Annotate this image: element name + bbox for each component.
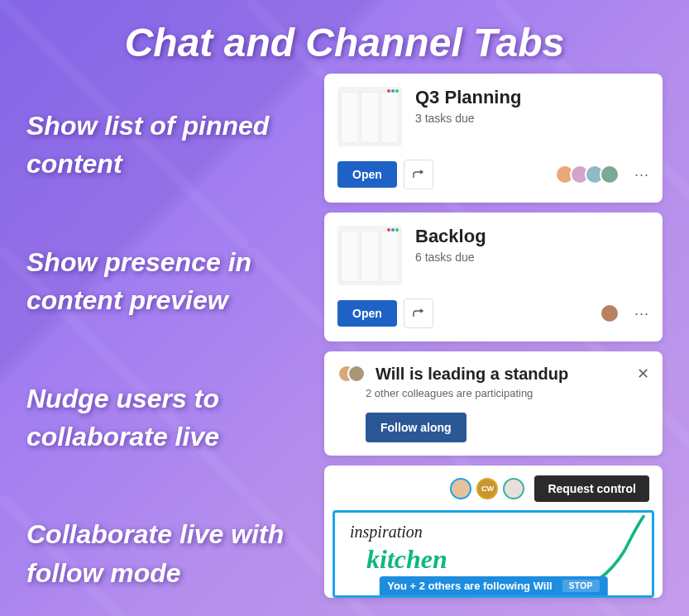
- more-icon[interactable]: ···: [634, 305, 649, 322]
- feature-item: Collaborate live with follow mode: [26, 515, 324, 592]
- avatar: [600, 165, 620, 184]
- more-icon[interactable]: ···: [634, 166, 649, 184]
- board-thumbnail: [337, 87, 402, 146]
- share-icon: [412, 168, 425, 181]
- standup-title: Will is leading a standup: [376, 365, 568, 384]
- live-collab-card: CW Request control inspiration kitchen Y…: [324, 466, 663, 598]
- card-title: Q3 Planning: [415, 87, 521, 108]
- content-card-backlog: Backlog 6 tasks due Open ···: [324, 212, 663, 341]
- feature-item: Nudge users to collaborate live: [26, 380, 324, 456]
- page-title: Chat and Channel Tabs: [0, 0, 689, 74]
- share-button[interactable]: [404, 160, 433, 189]
- close-icon[interactable]: ✕: [637, 365, 649, 383]
- standup-avatars: [337, 365, 366, 383]
- avatar: [600, 303, 620, 323]
- standup-subtitle: 2 other colleagues are participating: [366, 387, 649, 399]
- feature-item: Show presence in content preview: [26, 243, 324, 320]
- follow-along-button[interactable]: Follow along: [366, 413, 467, 442]
- live-presence-avatars[interactable]: CW: [450, 478, 524, 499]
- share-button[interactable]: [404, 298, 433, 328]
- canvas-text: kitchen: [366, 544, 447, 575]
- standup-card: Will is leading a standup ✕ 2 other coll…: [324, 351, 663, 456]
- share-icon: [412, 307, 425, 320]
- card-subtitle: 6 tasks due: [415, 251, 486, 264]
- stop-button[interactable]: STOP: [562, 580, 600, 592]
- content-card-q3: Q3 Planning 3 tasks due Open ···: [324, 74, 663, 203]
- card-subtitle: 3 tasks due: [415, 112, 521, 125]
- request-control-button[interactable]: Request control: [534, 475, 649, 502]
- follow-status-text: You + 2 others are following Will: [387, 580, 552, 592]
- avatar: [450, 478, 471, 499]
- presence-avatars[interactable]: [555, 165, 620, 184]
- feature-item: Show list of pinned content: [26, 107, 324, 184]
- follow-status-bar: You + 2 others are following Will STOP: [379, 576, 607, 595]
- open-button[interactable]: Open: [337, 300, 397, 327]
- presence-avatars[interactable]: [600, 303, 620, 323]
- board-thumbnail: [337, 226, 402, 285]
- card-title: Backlog: [415, 226, 486, 247]
- feature-list: Show list of pinned content Show presenc…: [26, 74, 324, 616]
- avatar: [503, 478, 524, 499]
- canvas-text: inspiration: [350, 523, 423, 542]
- open-button[interactable]: Open: [337, 161, 397, 188]
- avatar: CW: [476, 478, 498, 499]
- avatar: [347, 365, 366, 383]
- whiteboard-canvas[interactable]: inspiration kitchen You + 2 others are f…: [333, 510, 654, 598]
